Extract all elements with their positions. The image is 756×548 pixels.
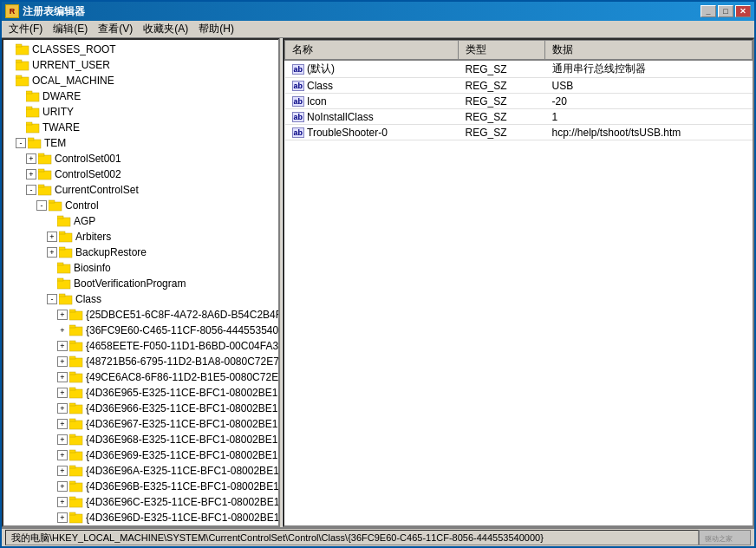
menu-view[interactable]: 查看(V) [93, 20, 138, 38]
table-row[interactable]: ab TroubleShooter-0 REG_SZ hcp://help/ts… [285, 125, 753, 140]
tree-item-urity[interactable]: URITY [3, 104, 278, 120]
table-row[interactable]: ab NoInstallClass REG_SZ 1 [285, 109, 753, 125]
tree-scroll[interactable]: CLASSES_ROOT URRENT_USER [3, 40, 278, 525]
tree-item-currentcontrolset[interactable]: - CurrentControlSet [3, 182, 278, 198]
folder-icon [69, 324, 83, 336]
svg-rect-11 [26, 122, 32, 125]
folder-icon [38, 168, 52, 180]
tree-label: Biosinfo [74, 262, 111, 274]
expand-icon[interactable]: + [57, 512, 68, 523]
expand-icon[interactable]: + [57, 310, 68, 320]
svg-rect-15 [38, 153, 44, 156]
expand-icon[interactable]: + [26, 153, 36, 164]
tree-item-guid-4d68[interactable]: + {4D36E968-E325-11CE-BFC1-08002BE10318} [3, 432, 278, 447]
expand-icon[interactable]: - [16, 138, 26, 148]
tree-label: OCAL_MACHINE [32, 75, 114, 87]
tree-item-guid-4d6b[interactable]: + {4D36E96B-E325-11CE-BFC1-08002BE10318} [3, 479, 278, 494]
svg-rect-31 [57, 278, 63, 281]
main-content: CLASSES_ROOT URRENT_USER [2, 38, 754, 527]
tree-item-guid-49c[interactable]: + {49CE6AC8-6F86-11D2-B1E5-0080C72E74A2} [3, 369, 278, 385]
expand-icon[interactable]: + [57, 434, 68, 445]
menu-file[interactable]: 文件(F) [3, 20, 48, 38]
menu-help[interactable]: 帮助(H) [193, 20, 239, 38]
status-path: 我的电脑\HKEY_LOCAL_MACHINE\SYSTEM\CurrentCo… [5, 530, 699, 545]
table-row[interactable]: ab (默认) REG_SZ 通用串行总线控制器 [285, 60, 753, 78]
tree-item-tware[interactable]: TWARE [3, 120, 278, 135]
svg-rect-9 [26, 107, 32, 109]
tree-label: {25DBCE51-6C8F-4A72-8A6D-B54C2B4FC835} [86, 309, 278, 321]
expand-icon[interactable]: + [47, 232, 57, 242]
expand-icon[interactable]: + [57, 450, 68, 460]
col-header-type[interactable]: 类型 [459, 41, 545, 61]
tree-item-guid-4d67[interactable]: + {4D36E967-E325-11CE-BFC1-08002BE10318} [3, 416, 278, 432]
tree-item-tem[interactable]: - TEM [3, 135, 278, 151]
row-type: REG_SZ [459, 109, 545, 125]
expand-icon[interactable]: + [57, 466, 68, 476]
svg-rect-24 [59, 233, 72, 242]
tree-item-guid-36f[interactable]: + {36FC9E60-C465-11CF-8056-444553540000} [3, 323, 278, 338]
table-row[interactable]: ab Icon REG_SZ -20 [285, 94, 753, 109]
expand-icon[interactable]: + [57, 481, 68, 492]
tree-item-arbiters[interactable]: + Arbiters [3, 229, 278, 245]
expand-icon[interactable]: + [47, 247, 57, 258]
ab-icon: ab [292, 96, 305, 107]
tree-item-control[interactable]: - Control [3, 198, 278, 213]
expand-icon[interactable]: + [26, 169, 36, 179]
right-panel[interactable]: 名称 类型 数据 ab (默认) REG_SZ [283, 38, 754, 527]
folder-icon [69, 496, 83, 508]
tree-item-backuprestore[interactable]: + BackupRestore [3, 245, 278, 260]
tree-item-guid-4d6c[interactable]: + {4D36E96C-E325-11CE-BFC1-08002BE10318} [3, 494, 278, 510]
expand-icon[interactable]: + [57, 388, 68, 398]
minimize-button[interactable]: _ [701, 5, 716, 17]
expand-icon[interactable]: + [57, 497, 68, 507]
expand-icon[interactable]: + [57, 341, 68, 351]
tree-item-dware[interactable]: DWARE [3, 88, 278, 104]
tree-item-guid-4d66[interactable]: + {4D36E966-E325-11CE-BFC1-08002BE10318} [3, 401, 278, 416]
table-row[interactable]: ab Class REG_SZ USB [285, 78, 753, 94]
tree-item-class[interactable]: - Class [3, 291, 278, 307]
tree-item-guid-25d[interactable]: + {25DBCE51-6C8F-4A72-8A6D-B54C2B4FC835} [3, 307, 278, 323]
row-type: REG_SZ [459, 94, 545, 109]
tree-item-controlset002[interactable]: + ControlSet002 [3, 166, 278, 182]
expand-icon[interactable]: - [36, 200, 47, 211]
tree-label: {49CE6AC8-6F86-11D2-B1E5-0080C72E74A2} [86, 371, 278, 383]
folder-icon [69, 418, 83, 430]
tree-label: AGP [74, 215, 95, 227]
expand-icon[interactable]: + [57, 419, 68, 429]
expand-icon[interactable]: + [57, 325, 68, 336]
tree-item-guid-4d6a[interactable]: + {4D36E96A-E325-11CE-BFC1-08002BE10318} [3, 463, 278, 479]
svg-rect-47 [69, 403, 75, 406]
svg-rect-60 [69, 514, 82, 523]
maximize-button[interactable]: □ [718, 5, 733, 17]
tree-item-guid-4d65[interactable]: + {4D36E965-E325-11CE-BFC1-08002BE10318} [3, 385, 278, 401]
expand-icon[interactable]: + [57, 372, 68, 382]
svg-rect-23 [57, 216, 63, 219]
menu-edit[interactable]: 编辑(E) [48, 20, 93, 38]
expand-icon[interactable]: - [47, 294, 57, 304]
close-button[interactable]: ✕ [735, 5, 751, 17]
col-header-name[interactable]: 名称 [285, 41, 459, 61]
expand-icon[interactable]: + [57, 403, 68, 414]
expand-icon[interactable]: + [57, 356, 68, 367]
tree-item-guid-4d69[interactable]: + {4D36E969-E325-11CE-BFC1-08002BE10318} [3, 447, 278, 463]
tree-item-local-machine[interactable]: OCAL_MACHINE [3, 73, 278, 88]
tree-item-controlset001[interactable]: + ControlSet001 [3, 151, 278, 166]
tree-item-bootverification[interactable]: BootVerificationProgram [3, 276, 278, 291]
tree-item-guid-465[interactable]: + {4658EETE-F050-11D1-B6BD-00C04FA372A7} [3, 338, 278, 354]
col-header-data[interactable]: 数据 [545, 41, 753, 61]
ab-icon: ab [292, 127, 305, 138]
tree-item-guid-487[interactable]: + {48721B56-6795-11D2-B1A8-0080C72E74A2} [3, 354, 278, 369]
expand-icon[interactable]: - [26, 185, 36, 195]
svg-rect-59 [69, 497, 75, 499]
svg-rect-43 [69, 372, 75, 375]
tree-item-classes-root[interactable]: CLASSES_ROOT [3, 42, 278, 57]
tree-item-agp[interactable]: AGP [3, 213, 278, 229]
menu-favorites[interactable]: 收藏夹(A) [138, 20, 193, 38]
tree-label: {36FC9E60-C465-11CF-8056-444553540000} [86, 324, 278, 336]
tree-panel[interactable]: CLASSES_ROOT URRENT_USER [2, 38, 279, 527]
tree-item-current-user[interactable]: URRENT_USER [3, 57, 278, 73]
tree-item-guid-4d6d[interactable]: + {4D36E96D-E325-11CE-BFC1-08002BE10318} [3, 510, 278, 525]
svg-rect-32 [59, 296, 72, 304]
ab-icon: ab [292, 112, 305, 122]
tree-item-biosinfo[interactable]: Biosinfo [3, 260, 278, 276]
